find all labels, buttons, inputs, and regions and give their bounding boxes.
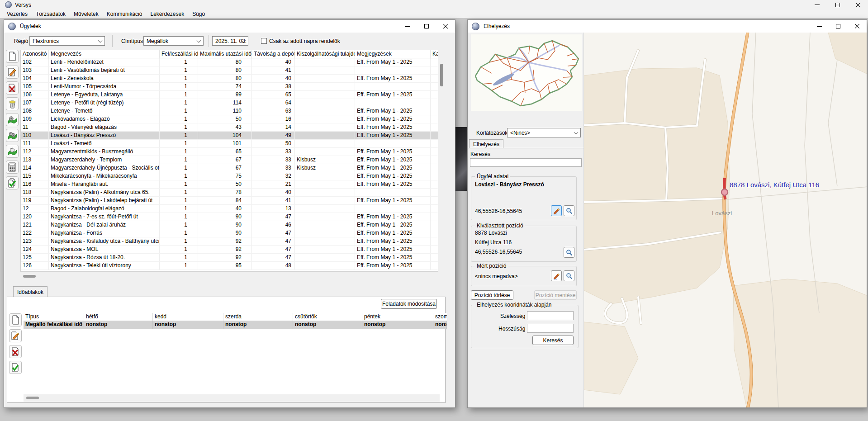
only-day-checkbox[interactable] — [261, 38, 267, 44]
edit-document-button[interactable] — [6, 66, 19, 79]
customers-minimize-button[interactable] — [398, 20, 417, 33]
app-minimize-button[interactable] — [807, 0, 827, 9]
schedule-horizontal-scrollbar[interactable] — [24, 394, 440, 402]
table-row[interactable]: 11Bagod - Vitenyédi elágazás14314Eff. Fr… — [21, 123, 438, 132]
column-header[interactable]: kedd — [153, 313, 223, 321]
search-input[interactable] — [470, 158, 582, 167]
table-cell — [295, 140, 355, 147]
table-row[interactable]: 123Nagykanizsa - Kisfaludy utca - Batthy… — [21, 237, 438, 246]
column-header[interactable]: szerda — [223, 313, 293, 321]
save-position-button[interactable]: Pozíció mentése — [534, 290, 577, 300]
table-row[interactable]: 121Nagykanizsa - Dél-zalai áruház19046Ef… — [21, 221, 438, 229]
menu-item[interactable]: Súgó — [188, 9, 209, 18]
column-header[interactable]: Távolság a depótól — [252, 50, 295, 58]
hungary-overview-map[interactable] — [471, 34, 582, 111]
table-row[interactable]: 109Lickóvadamos - Elágazó15016Eff. From … — [21, 115, 438, 123]
app-close-button[interactable] — [848, 0, 868, 9]
column-header[interactable]: péntek — [362, 313, 433, 321]
confirm-documents-button[interactable] — [6, 176, 19, 189]
customers-horizontal-scrollbar[interactable] — [20, 273, 445, 280]
menu-item[interactable]: Kommunikáció — [103, 9, 147, 18]
table-row[interactable]: 114Magyarszerdahely-Újnéppuszta - Szociá… — [21, 164, 438, 172]
placement-minimize-button[interactable] — [810, 20, 829, 33]
delete-item-button[interactable] — [9, 345, 22, 358]
tab-idoablakok[interactable]: Időablakok — [13, 286, 47, 297]
table-row[interactable]: 12Bagod - Zalaboldogfai elágazó14013 — [21, 205, 438, 213]
menu-item[interactable]: Műveletek — [70, 9, 103, 18]
table-row[interactable]: 113Magyarszerdahely - Templom16733Kisbus… — [21, 156, 438, 164]
calculator-button[interactable] — [6, 161, 19, 174]
route-batch-button[interactable] — [6, 129, 19, 142]
addresstype-combobox[interactable]: Megállók — [143, 36, 204, 46]
measured-locate-button[interactable] — [564, 270, 574, 281]
tab-elhelyezes[interactable]: Elhelyezés — [469, 139, 503, 148]
column-header[interactable]: Maximális utazási idő — [198, 50, 252, 58]
column-header[interactable]: Megjegyzések — [355, 50, 431, 58]
customers-maximize-button[interactable] — [417, 20, 436, 33]
customers-close-button[interactable] — [436, 20, 455, 33]
new-item-button[interactable] — [9, 313, 22, 326]
column-header[interactable]: Fel/leszállási idő — [160, 50, 198, 58]
schedule-table-row[interactable]: Megálló felszállási időnonstopnonstopnon… — [24, 321, 447, 329]
modify-tasks-button[interactable]: Feladatok módosítása — [381, 299, 437, 309]
column-header[interactable]: Kiszolgálhatósági tulajdonsá — [295, 50, 355, 58]
table-row[interactable]: 111Lovászi - Temető110150 — [21, 140, 438, 148]
confirm-item-button[interactable] — [9, 361, 22, 374]
table-row[interactable]: 118Nagykanizsa (Palin) - Alkotmány utca … — [21, 189, 438, 197]
edit-item-button[interactable] — [9, 329, 22, 342]
placement-close-button[interactable] — [848, 20, 867, 33]
menu-item[interactable]: Vezérlés — [3, 9, 32, 18]
table-row[interactable]: 108Letenye - Temető111063Eff. From May 1… — [21, 107, 438, 115]
app-maximize-button[interactable] — [827, 0, 848, 9]
table-row[interactable]: 104Lenti - Zeneiskola18040Eff. From May … — [21, 75, 438, 83]
column-header[interactable]: Kapcs — [431, 50, 438, 58]
column-header[interactable]: hétfő — [84, 313, 153, 321]
customer-locate-button[interactable] — [564, 205, 574, 216]
date-combobox[interactable]: 2025. 11. 03. — [212, 36, 248, 46]
table-row[interactable]: 110Lovászi - Bányász Presszó110449Eff. F… — [21, 132, 438, 140]
table-row[interactable]: 115Mikekarácsonyfa - Mikekarácsonyfa1753… — [21, 172, 438, 180]
table-row[interactable]: 122Nagykanizsa - Forrás19047Eff. From Ma… — [21, 229, 438, 237]
route-release-button[interactable] — [6, 145, 19, 158]
measured-edit-button[interactable] — [551, 270, 562, 281]
column-header[interactable]: Típus — [24, 313, 84, 321]
delete-document-button[interactable] — [6, 81, 19, 95]
table-row[interactable]: 103Lenti - Vasútállomás bejárati út18041 — [21, 66, 438, 75]
table-row[interactable]: 112Magyarszentmiklós - Buszmegálló16533E… — [21, 148, 438, 156]
detail-map[interactable]: 8878 Lovászi, Kútfej Utca 116 Lovászi — [584, 33, 867, 407]
delete-position-button[interactable]: Pozíció törlése — [471, 290, 513, 300]
scrollbar-thumb[interactable] — [26, 397, 39, 399]
coordinates-search-button[interactable]: Keresés — [532, 336, 574, 345]
scrollbar-thumb[interactable] — [23, 275, 36, 278]
table-row[interactable]: 119Nagykanizsa (Palin) - Lakótelep bejár… — [21, 197, 438, 205]
route-assign-button[interactable] — [6, 113, 19, 126]
table-row[interactable]: 107Letenye - Petőfi út (régi tüzép)11146… — [21, 99, 438, 107]
table-row[interactable]: 125Nagykanizsa - Rózsa út 18-20.19247Eff… — [21, 254, 438, 262]
customer-edit-position-button[interactable] — [551, 205, 562, 216]
table-row[interactable]: 124Nagykanizsa - MOL19247Eff. From May 1… — [21, 246, 438, 254]
table-row[interactable]: 120Nagykanizsa - 7-es sz. főút-Petőfi út… — [21, 213, 438, 221]
table-row[interactable]: 106Letenye - Egyeduta, Laktanya19965Eff.… — [21, 91, 438, 99]
column-header[interactable]: Megnevezés — [49, 50, 160, 58]
column-header[interactable]: csütörtök — [293, 313, 362, 321]
menu-item[interactable]: Lekérdezések — [146, 9, 188, 18]
longitude-input[interactable] — [527, 324, 574, 333]
column-header[interactable]: szomb — [433, 313, 447, 321]
placement-maximize-button[interactable] — [829, 20, 848, 33]
table-cell: 1 — [160, 107, 198, 115]
table-row[interactable]: 116Misefa - Haranglábi aut.15021Eff. Fro… — [21, 180, 438, 189]
latitude-input[interactable] — [527, 311, 574, 320]
restrictions-combobox[interactable]: <Nincs> — [507, 128, 581, 137]
selected-locate-button[interactable] — [564, 247, 574, 258]
table-row[interactable]: 102Lenti - Rendelőintézet18040Eff. From … — [21, 58, 438, 66]
table-row[interactable]: 126Nagykanizsa - Teleki úti víztorony195… — [21, 262, 438, 270]
new-document-button[interactable] — [6, 50, 19, 63]
menu-item[interactable]: Törzsadatok — [32, 9, 70, 18]
customers-vertical-scrollbar[interactable] — [439, 50, 445, 272]
column-header[interactable]: Azonosító — [21, 50, 49, 58]
table-row[interactable]: 105Lenti-Mumor - Törpecsárda17438 — [21, 83, 438, 91]
addresstype-value: Megállók — [147, 38, 168, 44]
scrollbar-thumb[interactable] — [440, 64, 443, 86]
trash-button[interactable] — [6, 97, 19, 110]
region-combobox[interactable]: Flextronics — [29, 36, 105, 46]
